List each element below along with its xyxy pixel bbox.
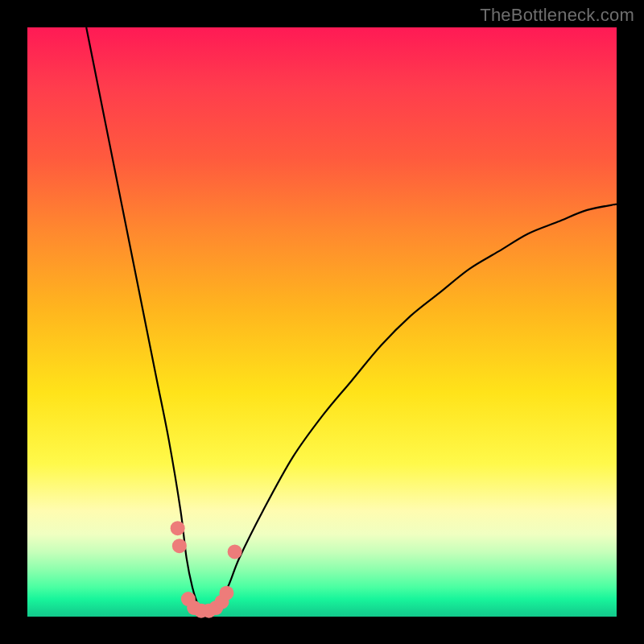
marker-dot [172,539,187,553]
chart-frame: TheBottleneck.com [0,0,644,644]
marker-dot [171,521,185,535]
marker-dot [219,586,233,601]
marker-dot [228,544,242,559]
watermark-text: TheBottleneck.com [480,5,634,26]
plot-area [27,27,617,617]
highlight-markers [171,521,242,617]
chart-svg [27,27,617,617]
bottleneck-curve-path [86,27,617,612]
